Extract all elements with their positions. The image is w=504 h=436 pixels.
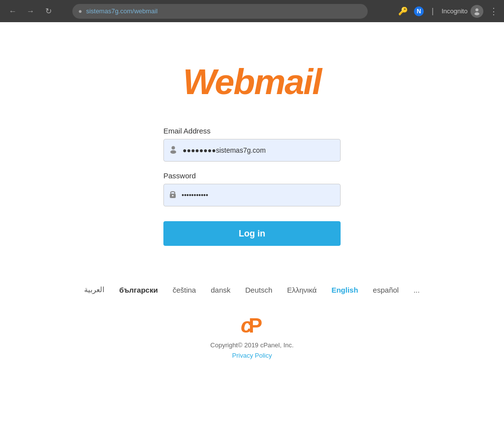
lang-czech[interactable]: čeština: [173, 286, 196, 294]
chrome-right: 🔑 N | Incognito ⋮: [398, 5, 498, 18]
lang-bulgarian[interactable]: български: [119, 286, 158, 294]
forward-button[interactable]: →: [24, 4, 37, 18]
cpanel-logo-icon: c P: [240, 314, 264, 338]
address-bar[interactable]: ● sistemas7g.com/webmail: [72, 4, 368, 19]
lang-more[interactable]: ...: [413, 286, 420, 294]
lang-danish[interactable]: dansk: [211, 286, 230, 294]
lock-field-icon: [169, 190, 177, 201]
url-text: sistemas7g.com/webmail: [86, 7, 158, 15]
menu-icon[interactable]: ⋮: [489, 6, 498, 17]
lang-english[interactable]: English: [331, 286, 358, 294]
lock-icon: ●: [78, 7, 82, 15]
svg-point-2: [172, 146, 175, 149]
lang-greek[interactable]: Ελληνικά: [287, 286, 316, 294]
email-label: Email Address: [163, 127, 341, 135]
email-input[interactable]: [183, 146, 335, 154]
n-badge: N: [414, 6, 424, 16]
svg-point-1: [474, 12, 479, 15]
lang-german[interactable]: Deutsch: [245, 286, 272, 294]
svg-point-3: [170, 150, 176, 154]
password-label: Password: [163, 171, 341, 180]
lang-spanish[interactable]: español: [373, 286, 399, 294]
webmail-logo: Webmail: [183, 62, 321, 102]
password-input-wrapper: [163, 184, 341, 206]
svg-text:P: P: [249, 314, 262, 337]
svg-point-0: [475, 8, 478, 11]
email-input-wrapper: [163, 139, 341, 162]
lang-arabic[interactable]: العربية: [84, 285, 104, 294]
key-icon: 🔑: [398, 6, 408, 16]
privacy-policy-link[interactable]: Privacy Policy: [232, 352, 272, 359]
reload-button[interactable]: ↻: [41, 4, 55, 18]
incognito-avatar: [471, 5, 483, 18]
page-content: Webmail Email Address Password: [0, 22, 504, 436]
incognito-label: Incognito: [441, 7, 468, 15]
browser-chrome: ← → ↻ ● sistemas7g.com/webmail 🔑 N | Inc…: [0, 0, 504, 22]
language-bar: العربية български čeština dansk Deutsch …: [64, 285, 439, 294]
login-button[interactable]: Log in: [163, 221, 341, 246]
svg-point-5: [172, 195, 174, 196]
login-form: Email Address Password Log in: [163, 127, 341, 246]
copyright-text: Copyright© 2019 cPanel, Inc.: [210, 341, 293, 349]
user-icon: [169, 145, 178, 156]
password-input[interactable]: [182, 191, 335, 199]
incognito-badge: Incognito: [441, 5, 483, 18]
footer: c P Copyright© 2019 cPanel, Inc. Privacy…: [210, 314, 293, 374]
back-button[interactable]: ←: [6, 4, 20, 18]
